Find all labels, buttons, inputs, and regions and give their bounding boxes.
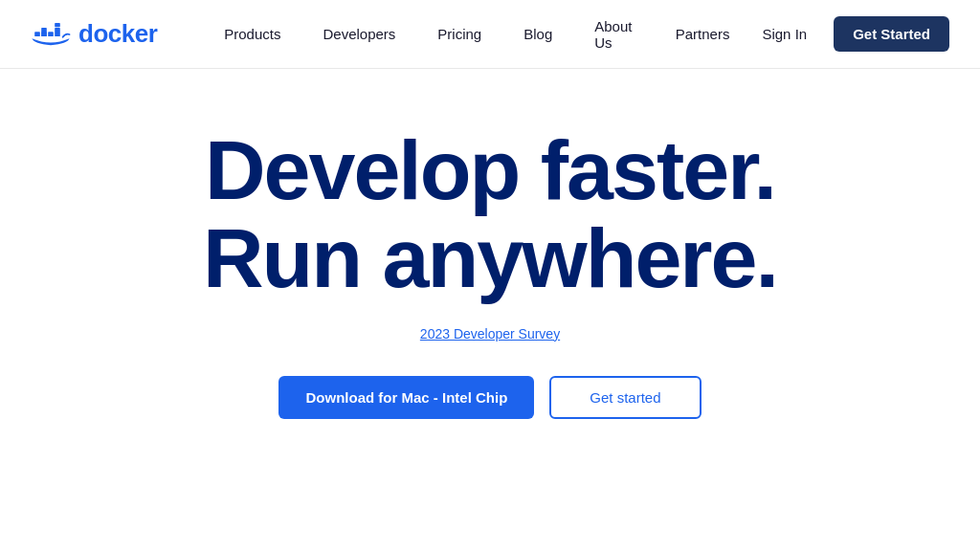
- svg-rect-5: [41, 32, 47, 36]
- svg-rect-3: [55, 28, 60, 36]
- nav-link-about-us[interactable]: About Us: [573, 0, 655, 69]
- docker-logo-icon: [31, 18, 71, 51]
- logo-link[interactable]: docker: [31, 18, 157, 51]
- svg-rect-2: [48, 32, 54, 36]
- hero-get-started-button[interactable]: Get started: [549, 376, 701, 419]
- survey-link[interactable]: 2023 Developer Survey: [420, 326, 560, 342]
- nav-links: Products Developers Pricing Blog About U…: [203, 0, 750, 69]
- svg-rect-4: [55, 23, 60, 27]
- nav-link-pricing[interactable]: Pricing: [416, 0, 502, 69]
- nav-actions: Sign In Get Started: [750, 16, 949, 52]
- sign-in-button[interactable]: Sign In: [750, 18, 818, 50]
- hero-section: Develop faster. Run anywhere. 2023 Devel…: [0, 69, 980, 457]
- logo-text: docker: [78, 19, 157, 49]
- nav-link-products[interactable]: Products: [203, 0, 301, 69]
- nav-link-partners[interactable]: Partners: [655, 0, 751, 69]
- navbar: docker Products Developers Pricing Blog …: [0, 0, 980, 69]
- cta-buttons: Download for Mac - Intel Chip Get starte…: [278, 376, 701, 419]
- hero-title: Develop faster. Run anywhere.: [203, 126, 777, 303]
- svg-rect-0: [34, 32, 40, 36]
- nav-link-developers[interactable]: Developers: [301, 0, 416, 69]
- nav-link-blog[interactable]: Blog: [502, 0, 573, 69]
- download-mac-intel-button[interactable]: Download for Mac - Intel Chip: [278, 376, 534, 419]
- nav-get-started-button[interactable]: Get Started: [834, 16, 949, 52]
